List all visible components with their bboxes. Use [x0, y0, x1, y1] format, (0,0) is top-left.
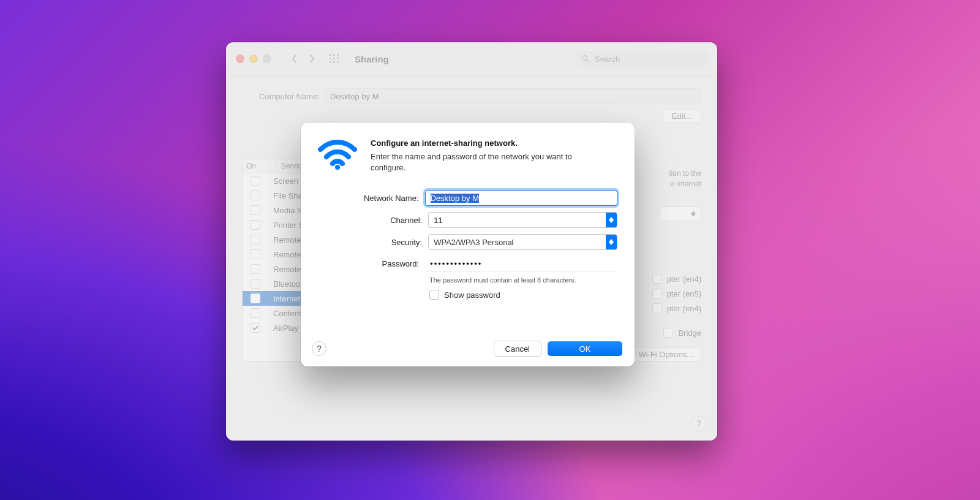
port-checkbox[interactable]	[652, 303, 662, 313]
wifi-options-dialog: Configure an internet-sharing network. E…	[301, 123, 635, 366]
service-checkbox[interactable]	[251, 220, 260, 230]
window-traffic-lights	[236, 55, 271, 63]
computer-name-field[interactable]: Desktop by M	[325, 88, 701, 104]
service-checkbox[interactable]	[251, 308, 260, 318]
port-checkbox[interactable]	[652, 289, 662, 298]
service-checkbox[interactable]	[251, 279, 260, 289]
close-window-button[interactable]	[236, 55, 244, 63]
service-checkbox[interactable]	[251, 235, 260, 244]
zoom-window-button[interactable]	[263, 55, 271, 63]
port-label: pter (en5)	[667, 289, 701, 298]
svg-rect-5	[337, 58, 339, 59]
search-icon	[581, 55, 590, 63]
back-button[interactable]	[286, 51, 303, 67]
password-label: Password:	[318, 259, 419, 268]
dialog-help-button[interactable]: ?	[312, 341, 326, 356]
search-input[interactable]	[594, 54, 704, 64]
select-arrows-icon	[606, 213, 617, 227]
service-checkbox[interactable]	[251, 294, 260, 303]
svg-line-10	[587, 60, 589, 63]
port-label: pter (en4)	[667, 275, 701, 284]
svg-point-11	[335, 165, 340, 170]
security-label: Security:	[318, 238, 422, 247]
service-checkbox[interactable]	[251, 323, 260, 333]
svg-rect-0	[330, 54, 331, 56]
bridge-checkbox[interactable]	[663, 328, 673, 338]
search-field[interactable]	[576, 51, 709, 67]
svg-rect-6	[330, 61, 331, 63]
password-hint: The password must contain at least 8 cha…	[429, 276, 617, 284]
port-checkbox[interactable]	[652, 274, 662, 284]
service-checkbox[interactable]	[251, 205, 260, 215]
network-name-label: Network Name:	[318, 194, 419, 203]
port-label: pter (en4)	[667, 304, 701, 313]
cancel-button[interactable]: Cancel	[494, 341, 541, 357]
security-select[interactable]: WPA2/WPA3 Personal	[428, 234, 617, 250]
svg-rect-3	[330, 58, 331, 59]
edit-button[interactable]: Edit...	[663, 109, 701, 123]
bridge-label: Bridge	[678, 328, 701, 338]
select-arrows-icon	[606, 235, 617, 249]
window-titlebar: Sharing	[226, 42, 717, 76]
minimize-window-button[interactable]	[249, 55, 258, 63]
show-all-grefs-button[interactable]	[324, 51, 345, 67]
ok-button[interactable]: OK	[548, 341, 622, 356]
service-checkbox[interactable]	[251, 176, 260, 186]
window-title: Sharing	[355, 54, 389, 64]
security-value: WPA2/WPA3 Personal	[429, 238, 606, 247]
svg-rect-8	[337, 61, 339, 63]
channel-select[interactable]: 11	[428, 212, 617, 228]
show-password-label: Show password	[444, 290, 500, 300]
forward-button[interactable]	[303, 51, 320, 67]
password-input[interactable]	[425, 256, 617, 271]
computer-name-value: Desktop by M	[330, 92, 379, 101]
service-checkbox[interactable]	[251, 249, 260, 259]
dialog-title: Configure an internet-sharing network.	[371, 138, 591, 148]
network-name-input[interactable]	[425, 190, 618, 206]
help-button[interactable]: ?	[692, 416, 706, 431]
computer-name-label: Computer Name:	[242, 92, 320, 101]
channel-value: 11	[429, 216, 606, 225]
share-from-select[interactable]	[660, 206, 701, 221]
select-arrows-icon	[688, 209, 698, 219]
wifi-options-button[interactable]: Wi-Fi Options...	[630, 347, 701, 362]
svg-rect-7	[333, 61, 335, 63]
services-col-on: On	[243, 159, 276, 173]
svg-rect-2	[337, 54, 339, 56]
desktop-wallpaper: Sharing Computer Name: Desktop by M Edit…	[0, 0, 980, 500]
show-password-checkbox[interactable]	[429, 290, 439, 300]
svg-rect-4	[333, 58, 335, 59]
channel-label: Channel:	[318, 216, 422, 225]
service-checkbox[interactable]	[251, 191, 260, 200]
dialog-subtitle: Enter the name and password of the netwo…	[371, 151, 591, 173]
wifi-icon	[318, 138, 357, 170]
svg-rect-1	[333, 54, 335, 56]
service-checkbox[interactable]	[251, 264, 260, 274]
